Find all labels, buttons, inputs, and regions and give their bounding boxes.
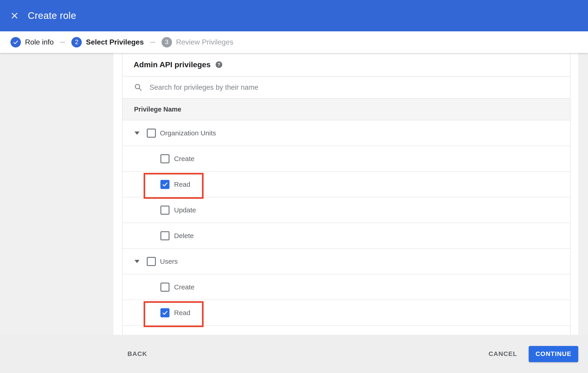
- privilege-label: Organization Units: [160, 129, 216, 137]
- stepper: Role info 2 Select Privileges 3 Review P…: [0, 31, 588, 53]
- step-label: Select Privileges: [86, 38, 144, 46]
- checkbox-unchecked[interactable]: [160, 154, 169, 163]
- highlight-box: [144, 173, 204, 199]
- column-header-label: Privilege Name: [134, 106, 181, 113]
- step-number-circle: 3: [162, 37, 172, 47]
- panel-heading: Admin API privileges ?: [123, 53, 570, 76]
- dialog-header: Create role: [0, 0, 588, 31]
- dialog-body: Admin API privileges ? Privilege Name: [0, 53, 588, 335]
- search-icon: [134, 83, 143, 92]
- continue-button[interactable]: CONTINUE: [529, 346, 578, 362]
- table-row: Delete: [123, 223, 570, 249]
- left-sidebar: [0, 53, 113, 335]
- table-row: Create: [123, 274, 570, 300]
- create-role-dialog: Create role Role info 2 Select Privilege…: [0, 0, 588, 373]
- table-row: Create: [123, 146, 570, 172]
- checkbox-unchecked[interactable]: [160, 206, 169, 215]
- privilege-label: Users: [160, 258, 178, 265]
- checkbox-unchecked[interactable]: [160, 283, 169, 292]
- checkbox-unchecked[interactable]: [147, 129, 156, 138]
- step-completed-circle: [10, 37, 21, 47]
- step-review-privileges[interactable]: 3 Review Privileges: [162, 37, 234, 47]
- cancel-button[interactable]: CANCEL: [488, 350, 517, 358]
- content-panel: Admin API privileges ? Privilege Name: [113, 53, 578, 335]
- collapse-arrow-icon[interactable]: [135, 260, 139, 263]
- back-button[interactable]: BACK: [127, 350, 147, 358]
- checkbox-unchecked[interactable]: [160, 231, 169, 240]
- step-role-info[interactable]: Role info: [10, 37, 54, 47]
- checkbox-checked[interactable]: [160, 180, 169, 189]
- checkbox-checked[interactable]: [160, 308, 169, 317]
- panel-title: Admin API privileges: [134, 60, 211, 69]
- privilege-label: Read: [174, 181, 190, 188]
- help-icon[interactable]: ?: [216, 61, 222, 68]
- step-label: Review Privileges: [176, 38, 234, 46]
- highlight-box: [144, 301, 204, 327]
- search-row: [123, 76, 570, 98]
- dialog-footer: BACK CANCEL CONTINUE: [0, 335, 588, 373]
- privilege-label: Update: [174, 206, 196, 214]
- privilege-label: Delete: [174, 232, 194, 240]
- dialog-title: Create role: [28, 10, 76, 21]
- step-number-circle: 2: [71, 37, 82, 47]
- table-row: Read: [123, 172, 570, 197]
- table-row: Read: [123, 300, 570, 326]
- close-button[interactable]: [8, 9, 21, 22]
- privilege-label: Read: [174, 309, 190, 317]
- step-connector: [60, 42, 65, 43]
- step-select-privileges[interactable]: 2 Select Privileges: [71, 37, 144, 47]
- search-input[interactable]: [149, 83, 490, 92]
- step-label: Role info: [25, 38, 54, 46]
- close-icon: [10, 11, 19, 20]
- privileges-table: Admin API privileges ? Privilege Name: [122, 53, 570, 335]
- check-icon: [13, 39, 19, 45]
- privilege-rows: Organization UnitsCreateReadUpdateDelete…: [123, 120, 570, 335]
- table-row: Update: [123, 197, 570, 223]
- checkbox-unchecked[interactable]: [147, 257, 156, 266]
- privilege-label: Create: [174, 155, 194, 163]
- table-column-header: Privilege Name: [123, 98, 570, 120]
- table-row: Organization Units: [123, 120, 570, 146]
- table-row-partial: [123, 326, 570, 335]
- collapse-arrow-icon[interactable]: [135, 132, 139, 135]
- step-connector: [150, 42, 155, 43]
- table-row: Users: [123, 249, 570, 274]
- privilege-label: Create: [174, 283, 194, 291]
